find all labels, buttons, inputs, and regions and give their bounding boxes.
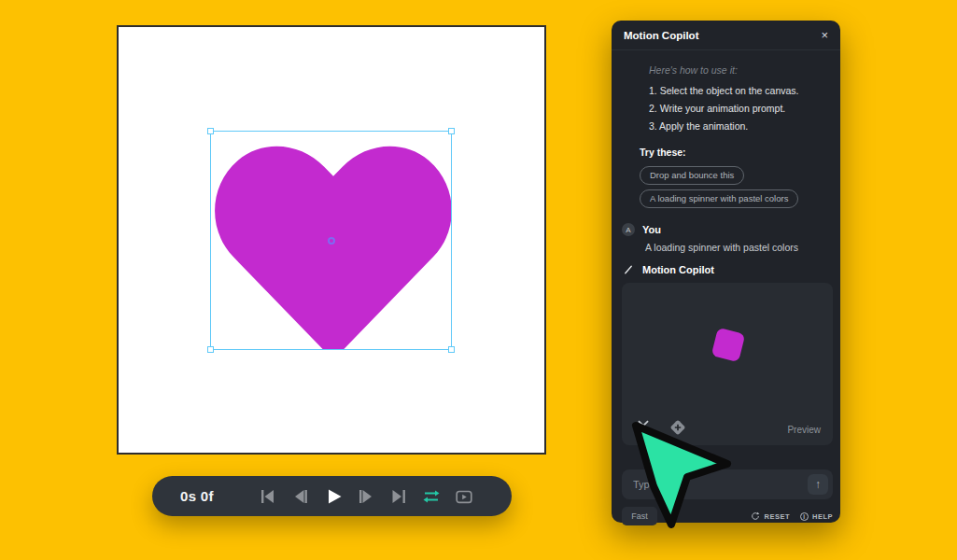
close-icon[interactable]: × xyxy=(821,29,828,41)
prompt-row: ↑ xyxy=(622,469,833,499)
step-forward-button[interactable] xyxy=(355,485,377,508)
reset-icon xyxy=(751,511,760,521)
selection-handle-bottom-right[interactable] xyxy=(448,346,455,353)
help-icon: i xyxy=(800,512,809,521)
selection-box xyxy=(210,131,452,350)
step-back-button[interactable] xyxy=(289,485,312,508)
panel-body: Here's how to use it: 1. Select the obje… xyxy=(612,50,840,525)
keyframe-diamond-plus-icon xyxy=(668,417,688,438)
play-button[interactable] xyxy=(322,485,345,508)
howto-step-3: 3. Apply the animation. xyxy=(649,120,833,132)
app-stage: 0s 0f xyxy=(0,0,957,560)
speed-selector[interactable]: Fast xyxy=(622,507,657,525)
skip-start-button[interactable] xyxy=(257,485,279,508)
canvas-artboard[interactable] xyxy=(117,25,546,455)
try-these-heading: Try these: xyxy=(640,147,833,158)
preview-label: Preview xyxy=(787,425,821,435)
footer-actions: RESET i HELP xyxy=(751,511,833,521)
preview-player-icon xyxy=(454,486,474,507)
suggestion-pills: Drop and bounce this A loading spinner w… xyxy=(640,166,833,208)
help-button[interactable]: i HELP xyxy=(800,512,833,521)
selection-anchor-point[interactable] xyxy=(328,237,335,245)
add-keyframe-button[interactable] xyxy=(668,417,688,438)
loop-toggle-button[interactable] xyxy=(420,485,443,508)
animation-preview-box: Preview xyxy=(622,283,833,445)
panel-header: Motion Copilot × xyxy=(612,21,840,50)
selection-handle-top-right[interactable] xyxy=(448,128,455,134)
skip-end-button[interactable] xyxy=(387,485,410,508)
step-forward-icon xyxy=(355,485,377,508)
timecode-display: 0s 0f xyxy=(180,488,214,504)
preview-animated-square xyxy=(711,328,746,362)
suggestion-pill-spinner[interactable]: A loading spinner with pastel colors xyxy=(640,189,798,208)
apply-animation-button[interactable] xyxy=(633,417,654,438)
send-arrow-icon: ↑ xyxy=(815,478,821,491)
howto-steps: 1. Select the object on the canvas. 2. W… xyxy=(649,85,833,132)
user-message-row: A You xyxy=(622,223,833,236)
howto-step-2: 2. Write your animation prompt. xyxy=(649,103,833,114)
panel-footer: Fast RESET i HELP xyxy=(622,507,833,525)
preview-actions xyxy=(633,417,688,438)
user-message-text: A loading spinner with pastel colors xyxy=(645,242,833,253)
assistant-label: Motion Copilot xyxy=(642,264,714,275)
prompt-input[interactable] xyxy=(622,469,833,499)
user-label: You xyxy=(642,224,661,235)
apply-sparkle-icon xyxy=(633,417,654,438)
preview-player-button[interactable] xyxy=(453,485,475,508)
reset-label: RESET xyxy=(764,512,790,521)
playback-bar: 0s 0f xyxy=(152,476,512,516)
motion-copilot-panel: Motion Copilot × Here's how to use it: 1… xyxy=(612,21,840,523)
copilot-pencil-icon xyxy=(622,263,635,276)
selection-handle-top-left[interactable] xyxy=(207,128,214,134)
play-icon xyxy=(322,484,345,509)
skip-start-icon xyxy=(257,485,279,508)
howto-step-1: 1. Select the object on the canvas. xyxy=(649,85,833,96)
assistant-message-row: Motion Copilot xyxy=(622,263,833,276)
loop-icon xyxy=(420,485,443,508)
panel-title: Motion Copilot xyxy=(624,30,698,41)
howto-heading: Here's how to use it: xyxy=(649,64,833,76)
help-label: HELP xyxy=(812,512,833,521)
send-prompt-button[interactable]: ↑ xyxy=(808,474,828,495)
user-avatar: A xyxy=(622,223,635,236)
reset-button[interactable]: RESET xyxy=(751,511,790,521)
chat-thread: A You A loading spinner with pastel colo… xyxy=(622,223,833,525)
selection-handle-bottom-left[interactable] xyxy=(207,346,214,353)
skip-end-icon xyxy=(387,485,410,508)
suggestion-pill-bounce[interactable]: Drop and bounce this xyxy=(640,166,744,185)
playback-buttons xyxy=(257,476,475,516)
step-back-icon xyxy=(289,485,312,508)
